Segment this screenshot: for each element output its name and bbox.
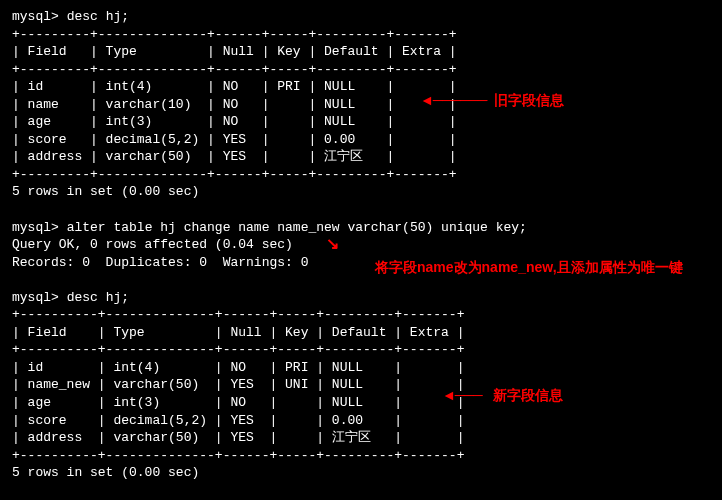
annotation-old-label: 旧字段信息 [494,92,564,108]
table1-row: | id | int(4) | NO | PRI | NULL | | [12,79,457,94]
arrow-left-icon: ◄─── [442,387,482,403]
table2-row: | address | varchar(50) | YES | | 江宁区 | … [12,430,464,445]
table2-row: | age | int(3) | NO | | NULL | | [12,395,464,410]
alter-output-1: Query OK, 0 rows affected (0.04 sec) [12,237,293,252]
alter-output-2: Records: 0 Duplicates: 0 Warnings: 0 [12,255,308,270]
table2-border-bot: +----------+--------------+------+-----+… [12,448,464,463]
result-2: 5 rows in set (0.00 sec) [12,465,199,480]
table1-border-mid: +---------+--------------+------+-----+-… [12,62,457,77]
command-alter: alter table hj change name name_new varc… [67,220,527,235]
table1-row: | age | int(3) | NO | | NULL | | [12,114,457,129]
table2-border-mid: +----------+--------------+------+-----+… [12,342,464,357]
table2-row: | name_new | varchar(50) | YES | UNI | N… [12,377,464,392]
table2-border-top: +----------+--------------+------+-----+… [12,307,464,322]
prompt: mysql> [12,220,59,235]
prompt: mysql> [12,290,59,305]
command-desc-1: desc hj; [67,9,129,24]
table2-row: | score | decimal(5,2) | YES | | 0.00 | … [12,413,464,428]
command-desc-2: desc hj; [67,290,129,305]
table1-row: | score | decimal(5,2) | YES | | 0.00 | … [12,132,457,147]
arrow-left-icon: ◄────── [420,92,486,108]
annotation-old-field: ◄────── 旧字段信息 [420,91,564,110]
terminal-output: mysql> desc hj; +---------+-------------… [12,8,710,482]
table2-header: | Field | Type | Null | Key | Default | … [12,325,464,340]
table1-row: | name | varchar(10) | NO | | NULL | | [12,97,457,112]
annotation-new-field: ◄─── 新字段信息 [442,386,563,405]
table1-border-bot: +---------+--------------+------+-----+-… [12,167,457,182]
table1-header: | Field | Type | Null | Key | Default | … [12,44,457,59]
prompt: mysql> [12,9,59,24]
annotation-new-label: 新字段信息 [493,387,563,403]
annotation-change-label: 将字段name改为name_new,且添加属性为唯一键 [375,258,683,277]
arrow-diag-icon: ↘ [326,233,339,255]
result-1: 5 rows in set (0.00 sec) [12,184,199,199]
table1-row: | address | varchar(50) | YES | | 江宁区 | … [12,149,457,164]
table2-row: | id | int(4) | NO | PRI | NULL | | [12,360,464,375]
table1-border-top: +---------+--------------+------+-----+-… [12,27,457,42]
